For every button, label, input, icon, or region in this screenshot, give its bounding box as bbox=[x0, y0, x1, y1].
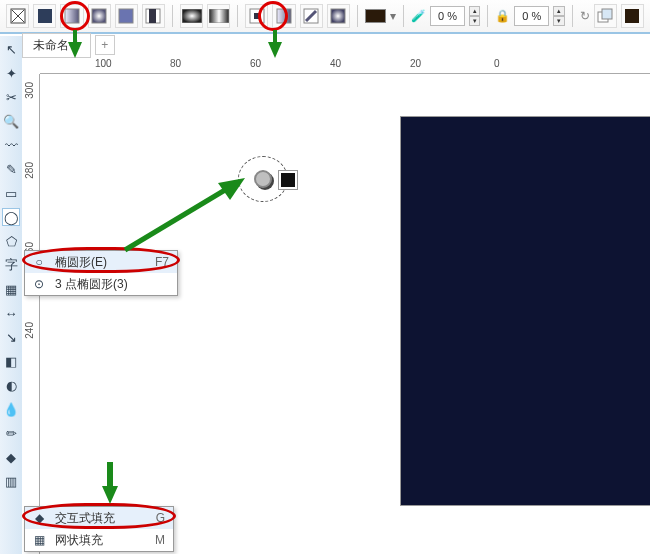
opacity2-field[interactable]: 0 % bbox=[514, 6, 549, 26]
flyout-label: 3 点椭圆形(3) bbox=[55, 276, 128, 293]
separator bbox=[403, 5, 404, 27]
rectangle-tool-icon[interactable]: ▭ bbox=[2, 184, 20, 202]
svg-rect-12 bbox=[254, 13, 260, 19]
eyedropper-tool-icon[interactable]: 💧 bbox=[2, 400, 20, 418]
svg-rect-8 bbox=[149, 9, 156, 23]
transparency-tool-icon[interactable]: ◐ bbox=[2, 376, 20, 394]
top-toolbar: ▾ 🧪 0 % ▴▾ 🔒 0 % ▴▾ ↻ bbox=[0, 0, 650, 34]
tab-add-button[interactable]: + bbox=[95, 35, 115, 55]
fill-conical-icon[interactable] bbox=[115, 4, 138, 28]
zoom-tool-icon[interactable]: 🔍 bbox=[2, 112, 20, 130]
gradient-a-icon[interactable] bbox=[180, 4, 203, 28]
svg-rect-9 bbox=[182, 9, 202, 23]
svg-rect-16 bbox=[331, 9, 345, 23]
canvas[interactable] bbox=[40, 74, 650, 554]
separator bbox=[572, 5, 573, 27]
toolbox: ↖ ✦ ✂ 🔍 〰 ✎ ▭ ◯ ⬠ 字 ▦ ↔ ↘ ◧ ◐ 💧 ✏ ◆ ▥ bbox=[0, 36, 22, 554]
connector-tool-icon[interactable]: ↘ bbox=[2, 328, 20, 346]
fill-linear-icon[interactable] bbox=[60, 4, 83, 28]
ruler-vertical: 300 280 260 240 bbox=[22, 74, 40, 554]
color-swatch[interactable] bbox=[365, 9, 386, 23]
shape-tool-icon[interactable]: ✦ bbox=[2, 64, 20, 82]
separator bbox=[172, 5, 173, 27]
flyout-item-mesh-fill[interactable]: ▦ 网状填充 M bbox=[25, 529, 173, 551]
selected-ellipse[interactable] bbox=[238, 156, 288, 202]
ruler-tick: 20 bbox=[410, 58, 421, 69]
ruler-tick: 40 bbox=[330, 58, 341, 69]
svg-rect-13 bbox=[277, 9, 291, 23]
interactive-fill-tool-icon[interactable]: ◆ bbox=[2, 448, 20, 466]
ruler-tick: 300 bbox=[24, 82, 35, 99]
refresh-icon[interactable]: ↻ bbox=[580, 9, 590, 23]
pick-tool-icon[interactable]: ↖ bbox=[2, 40, 20, 58]
document-tabs: 未命名-1 + bbox=[22, 34, 115, 56]
svg-rect-18 bbox=[602, 9, 612, 19]
ellipse-tool-icon[interactable]: ◯ bbox=[2, 208, 20, 226]
freehand-tool-icon[interactable]: 〰 bbox=[2, 136, 20, 154]
ruler-tick: 80 bbox=[170, 58, 181, 69]
flyout-label: 交互式填充 bbox=[55, 510, 115, 527]
lock-icon[interactable]: 🔒 bbox=[495, 9, 510, 23]
flyout-item-ellipse[interactable]: ○ 椭圆形(E) F7 bbox=[25, 251, 177, 273]
flyout-item-3pt-ellipse[interactable]: ⊙ 3 点椭圆形(3) bbox=[25, 273, 177, 295]
dimension-tool-icon[interactable]: ↔ bbox=[2, 304, 20, 322]
fill-elliptical-icon[interactable] bbox=[88, 4, 111, 28]
ruler-tick: 280 bbox=[24, 162, 35, 179]
flyout-shortcut: F7 bbox=[155, 255, 169, 269]
separator bbox=[487, 5, 488, 27]
svg-rect-10 bbox=[209, 9, 229, 23]
opacity2-stepper[interactable]: ▴▾ bbox=[553, 6, 565, 26]
svg-rect-3 bbox=[38, 9, 52, 23]
drawn-rectangle[interactable] bbox=[400, 116, 650, 506]
opacity1-stepper[interactable]: ▴▾ bbox=[469, 6, 481, 26]
ellipse-icon: ○ bbox=[31, 254, 47, 270]
text-tool-icon[interactable]: 字 bbox=[2, 256, 20, 274]
three-point-ellipse-icon: ⊙ bbox=[31, 276, 47, 292]
flyout-label: 椭圆形(E) bbox=[55, 254, 107, 271]
svg-marker-21 bbox=[268, 30, 282, 58]
flyout-shortcut: G bbox=[156, 511, 165, 525]
node-type-b-icon[interactable] bbox=[272, 4, 295, 28]
edit-fill-icon[interactable] bbox=[621, 4, 644, 28]
annotation-arrow bbox=[265, 30, 285, 58]
ruler-tick: 100 bbox=[95, 58, 112, 69]
table-tool-icon[interactable]: ▦ bbox=[2, 280, 20, 298]
svg-rect-6 bbox=[119, 9, 133, 23]
dropdown-caret-icon[interactable]: ▾ bbox=[390, 9, 396, 23]
artistic-media-icon[interactable]: ✎ bbox=[2, 160, 20, 178]
svg-rect-5 bbox=[92, 9, 106, 23]
smart-fill-tool-icon[interactable]: ▥ bbox=[2, 472, 20, 490]
ruler-tick: 60 bbox=[250, 58, 261, 69]
polygon-tool-icon[interactable]: ⬠ bbox=[2, 232, 20, 250]
eyedropper-icon[interactable]: 🧪 bbox=[411, 9, 426, 23]
copy-fill-icon[interactable] bbox=[594, 4, 617, 28]
fill-solid-icon[interactable] bbox=[33, 4, 56, 28]
mesh-fill-icon: ▦ bbox=[31, 532, 47, 548]
node-type-c-icon[interactable] bbox=[300, 4, 323, 28]
fill-square-icon[interactable] bbox=[142, 4, 165, 28]
separator bbox=[357, 5, 358, 27]
svg-rect-19 bbox=[625, 9, 639, 23]
interactive-fill-icon: ◆ bbox=[31, 510, 47, 526]
flyout-item-interactive-fill[interactable]: ◆ 交互式填充 G bbox=[25, 507, 173, 529]
flyout-label: 网状填充 bbox=[55, 532, 103, 549]
outline-tool-icon[interactable]: ✏ bbox=[2, 424, 20, 442]
tab-active[interactable]: 未命名-1 bbox=[22, 33, 91, 58]
fill-none-icon[interactable] bbox=[6, 4, 29, 28]
gradient-b-icon[interactable] bbox=[207, 4, 230, 28]
ellipse-flyout: ○ 椭圆形(E) F7 ⊙ 3 点椭圆形(3) bbox=[24, 250, 178, 296]
fill-flyout: ◆ 交互式填充 G ▦ 网状填充 M bbox=[24, 506, 174, 552]
effects-tool-icon[interactable]: ◧ bbox=[2, 352, 20, 370]
svg-rect-4 bbox=[65, 9, 79, 23]
ruler-horizontal: 100 80 60 40 20 0 bbox=[40, 58, 650, 74]
opacity1-field[interactable]: 0 % bbox=[430, 6, 465, 26]
crop-tool-icon[interactable]: ✂ bbox=[2, 88, 20, 106]
ruler-tick: 240 bbox=[24, 322, 35, 339]
flyout-shortcut: M bbox=[155, 533, 165, 547]
node-type-a-icon[interactable] bbox=[245, 4, 268, 28]
node-type-d-icon[interactable] bbox=[327, 4, 350, 28]
separator bbox=[237, 5, 238, 27]
ruler-tick: 0 bbox=[494, 58, 500, 69]
